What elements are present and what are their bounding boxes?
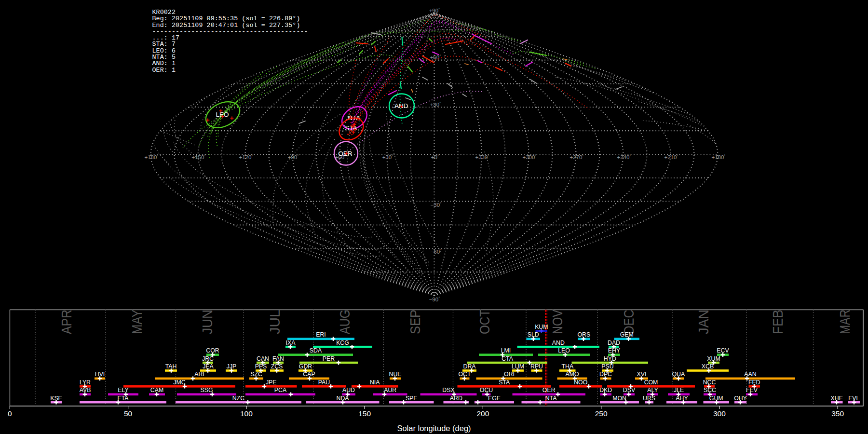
svg-text:MAR: MAR: [837, 310, 853, 334]
svg-text:MON: MON: [612, 395, 626, 402]
svg-text:CTA: CTA: [502, 355, 513, 362]
svg-text:RPU: RPU: [530, 363, 543, 370]
svg-text:PCA: PCA: [274, 387, 287, 393]
svg-text:HVI: HVI: [95, 371, 105, 378]
svg-text:NOO: NOO: [574, 379, 587, 386]
svg-text:ZCS: ZCS: [271, 363, 283, 370]
svg-text:PER: PER: [323, 355, 335, 362]
svg-text:+120°: +120°: [239, 154, 253, 160]
svg-text:NUE: NUE: [389, 371, 402, 378]
svg-text:NDA: NDA: [337, 395, 350, 402]
svg-text:KSE: KSE: [50, 395, 62, 402]
svg-text:JPE: JPE: [266, 379, 277, 386]
svg-text:+330°: +330°: [475, 154, 489, 160]
svg-text:Solar longitude (deg): Solar longitude (deg): [397, 424, 471, 433]
svg-text:150: 150: [358, 409, 371, 418]
svg-text:OER: OER: [542, 387, 556, 393]
svg-text:OCT: OCT: [459, 371, 471, 378]
svg-text:ORI: ORI: [504, 371, 515, 378]
svg-text:JUN: JUN: [200, 310, 215, 334]
svg-text:JJP: JJP: [227, 363, 237, 370]
svg-text:SEP: SEP: [407, 310, 423, 334]
svg-text:HYD: HYD: [604, 355, 616, 362]
svg-text:LEO: LEO: [558, 347, 570, 354]
svg-text:JEA: JEA: [203, 363, 214, 370]
svg-text:−30°: −30°: [431, 202, 442, 208]
svg-text:XHE: XHE: [831, 395, 843, 402]
svg-text:AUD: AUD: [342, 387, 355, 393]
svg-text:AAN: AAN: [744, 371, 756, 378]
svg-text:XVI: XVI: [637, 371, 647, 378]
svg-text:LYR: LYR: [80, 379, 91, 386]
svg-text:PPS: PPS: [255, 363, 267, 370]
svg-text:STA: STA: [345, 124, 357, 132]
svg-text:DKD: DKD: [599, 387, 612, 393]
svg-text:NOV: NOV: [550, 309, 565, 334]
svg-text:DPC: DPC: [599, 371, 612, 378]
svg-text:APR: APR: [59, 310, 74, 334]
svg-text:ERI: ERI: [316, 331, 326, 338]
svg-text:AMO: AMO: [565, 371, 579, 378]
svg-text:0: 0: [8, 409, 12, 418]
svg-text:DRA: DRA: [463, 363, 476, 370]
svg-text:SDA: SDA: [310, 347, 322, 354]
svg-text:COM: COM: [644, 379, 658, 386]
svg-text:KUM: KUM: [535, 324, 548, 330]
svg-text:+30°: +30°: [430, 101, 441, 108]
svg-text:PSU: PSU: [601, 363, 613, 370]
svg-text:NTA: NTA: [545, 395, 557, 402]
svg-text:FEB: FEB: [770, 310, 786, 334]
svg-text:+180°: +180°: [144, 154, 158, 160]
svg-text:250: 250: [595, 409, 608, 418]
svg-text:URS: URS: [643, 395, 655, 402]
svg-text:DSV: DSV: [623, 387, 636, 393]
svg-text:AHY: AHY: [676, 395, 688, 402]
svg-text:GDR: GDR: [299, 363, 312, 370]
svg-text:+60°: +60°: [430, 54, 441, 60]
svg-text:SPE: SPE: [406, 395, 418, 402]
svg-text:ORS: ORS: [577, 331, 590, 338]
svg-text:THA: THA: [561, 363, 573, 370]
svg-text:JRC: JRC: [202, 355, 214, 362]
svg-text:PAU: PAU: [318, 379, 330, 386]
svg-text:100: 100: [240, 409, 253, 418]
svg-text:+180°: +180°: [711, 154, 725, 160]
svg-text:LMI: LMI: [501, 347, 511, 354]
svg-text:50: 50: [124, 409, 133, 418]
svg-text:GEM: GEM: [620, 331, 634, 338]
svg-text:EGE: EGE: [488, 395, 501, 402]
svg-text:AUR: AUR: [384, 387, 396, 393]
svg-text:FEV: FEV: [746, 387, 758, 393]
svg-text:+210°: +210°: [664, 154, 678, 160]
svg-text:MAY: MAY: [129, 310, 145, 334]
svg-text:ELY: ELY: [118, 387, 128, 393]
svg-text:+30°: +30°: [382, 154, 393, 160]
svg-text:CAP: CAP: [303, 371, 315, 378]
svg-text:AUG: AUG: [337, 310, 353, 334]
svg-text:KCG: KCG: [336, 339, 349, 346]
svg-text:ARI: ARI: [194, 371, 204, 378]
svg-text:ECV: ECV: [717, 347, 729, 354]
svg-text:+300°: +300°: [522, 154, 536, 160]
svg-text:+0°: +0°: [431, 154, 439, 160]
svg-text:AND: AND: [552, 339, 565, 346]
svg-text:SZC: SZC: [250, 371, 262, 378]
svg-text:AVB: AVB: [80, 387, 91, 393]
svg-text:GUM: GUM: [709, 395, 723, 402]
svg-text:JLE: JLE: [674, 387, 684, 393]
svg-text:DSX: DSX: [442, 387, 454, 393]
svg-text:DAD: DAD: [608, 339, 620, 346]
svg-text:ARD: ARD: [450, 395, 462, 402]
svg-text:JUL: JUL: [267, 310, 283, 334]
svg-text:350: 350: [831, 409, 844, 418]
svg-text:+90°: +90°: [429, 7, 440, 14]
svg-text:STA: STA: [499, 379, 510, 386]
svg-text:QUA: QUA: [672, 371, 685, 378]
svg-text:SSG: SSG: [201, 387, 213, 393]
svg-text:JAN: JAN: [696, 310, 711, 334]
svg-text:IXA: IXA: [286, 339, 296, 346]
svg-text:200: 200: [476, 409, 489, 418]
svg-text:SCC: SCC: [704, 387, 716, 393]
svg-text:ALY: ALY: [647, 387, 658, 393]
svg-text:EHY: EHY: [608, 347, 620, 354]
